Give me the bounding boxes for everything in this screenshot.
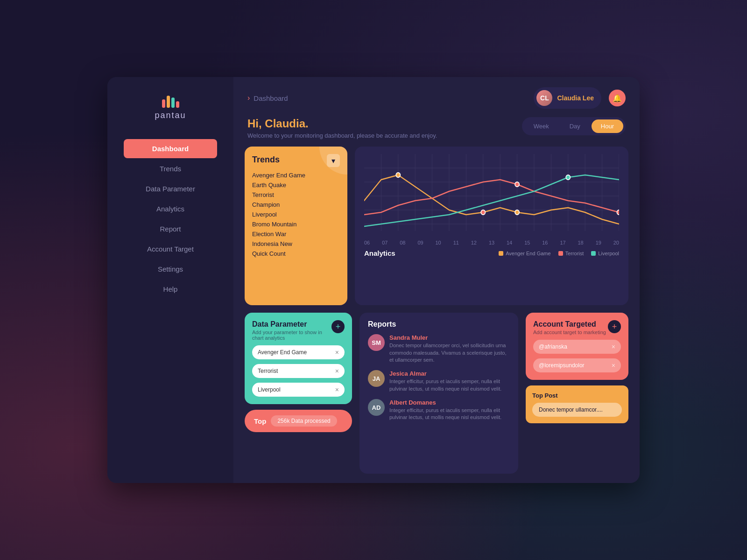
tag-label: Liverpool [258,386,281,393]
report-name-0: Sandra Muler [389,334,510,341]
legend-label-liverpool: Liverpool [598,251,619,256]
user-badge[interactable]: CL Claudia Lee [534,87,601,109]
user-name: Claudia Lee [557,94,594,102]
sidebar-item-trends[interactable]: Trends [124,159,217,178]
top-post-content: Donec tempor ullamcor.... [532,403,622,417]
top-bar-button[interactable]: Top 256k Data processed [245,410,352,432]
reports-card: Reports SM Sandra Muler Donec tempor ull… [359,313,518,474]
account-targeted-header: Account Targeted Add account target to m… [533,320,621,335]
trends-list: Avenger End Game Earth Quake Terrorist C… [252,170,340,259]
chart-area [364,154,619,238]
data-parameter-add-button[interactable]: + [331,320,345,333]
list-item[interactable]: Quick Count [252,249,340,259]
report-item-1: JA Jesica Almar Integer efficitur, purus… [368,370,510,392]
sidebar-item-data-parameter[interactable]: Data Parameter [124,179,217,198]
analytics-chart [364,154,619,238]
list-item[interactable]: Bromo Mountain [252,219,340,229]
bell-icon: 🔔 [613,94,622,103]
list-item[interactable]: Earth Quake [252,180,340,190]
report-avatar-0: SM [368,334,385,351]
data-count-badge: 256k Data processed [271,415,337,427]
report-name-1: Jesica Almar [389,370,510,377]
main-content: › Dashboard CL Claudia Lee 🔔 Hi, Claudia… [233,77,640,483]
list-item[interactable]: Terrorist [252,190,340,200]
top-post-card: Top Post Donec tempor ullamcor.... [526,385,628,423]
logo-area: pantau [155,96,186,120]
welcome-text: Hi, Claudia. Welcome to your monitoring … [247,117,437,139]
report-avatar-2: AD [368,399,385,416]
sidebar-item-help[interactable]: Help [124,280,217,299]
time-filter-hour[interactable]: Hour [592,119,623,133]
data-parameter-header: Data Parameter Add your parameter to sho… [252,320,345,341]
tag-item-terrorist: Terrorist × [252,364,345,378]
topbar-right: CL Claudia Lee 🔔 [534,87,626,109]
tag-label: Avenger End Game [258,349,307,356]
topbar: › Dashboard CL Claudia Lee 🔔 [233,77,640,117]
svg-point-20 [396,173,400,177]
legend-color-avenger [499,251,503,256]
report-text-0: Donec tempor ullamcorper orci, vel solli… [389,342,510,364]
legend-color-terrorist [558,251,563,256]
tag-label: Terrorist [258,368,278,374]
time-filters: Week Day Hour [522,117,626,135]
app-name: pantau [155,111,186,120]
account-tag-1: @loremipsundolor × [533,358,621,372]
chart-x-labels: 0607080910 1112131415 1617181920 [364,238,619,245]
legend-item-terrorist: Terrorist [558,251,584,256]
account-targeted-add-button[interactable]: + [608,320,621,333]
top-label: Top [254,417,266,425]
trends-card: Trends ▾ Avenger End Game Earth Quake Te… [245,147,347,305]
legend-label-avenger: Avenger End Game [506,251,550,256]
sidebar-item-account-target[interactable]: Account Target [124,239,217,259]
analytics-card: 0607080910 1112131415 1617181920 Analyti… [355,147,628,305]
report-text-1: Integer efficitur, purus et iaculis semp… [389,378,510,392]
time-filter-week[interactable]: Week [524,119,558,133]
svg-point-21 [481,210,485,215]
reports-title: Reports [368,320,510,329]
data-parameter-title: Data Parameter [252,320,331,329]
chart-footer: Analytics Avenger End Game Terrorist Liv… [364,249,619,257]
sidebar-item-report[interactable]: Report [124,219,217,238]
report-content-1: Jesica Almar Integer efficitur, purus et… [389,370,510,392]
nav-menu: Dashboard Trends Data Parameter Analytic… [107,139,233,299]
list-item[interactable]: Champion [252,200,340,210]
account-targeted-subtitle: Add account target to marketing [533,329,606,335]
sidebar-item-settings[interactable]: Settings [124,259,217,279]
chart-title: Analytics [364,249,491,257]
time-filter-day[interactable]: Day [560,119,590,133]
report-avatar-1: JA [368,370,385,387]
sidebar: pantau Dashboard Trends Data Parameter A… [107,77,233,483]
notification-button[interactable]: 🔔 [609,90,626,106]
svg-point-23 [515,210,519,215]
list-item[interactable]: Indonesia New [252,239,340,249]
account-tag-close-1[interactable]: × [612,362,615,369]
account-tag-0: @afrianska × [533,340,621,354]
bottom-row: Data Parameter Add your parameter to sho… [245,313,628,474]
report-text-2: Integer efficitur, purus et iaculis semp… [389,407,510,421]
sidebar-item-analytics[interactable]: Analytics [124,199,217,218]
account-targeted-card: Account Targeted Add account target to m… [526,313,628,380]
data-parameter-subtitle: Add your parameter to show in chart anal… [252,329,331,341]
tag-close-button[interactable]: × [335,386,339,393]
top-post-title: Top Post [532,392,622,399]
report-item-0: SM Sandra Muler Donec tempor ullamcorper… [368,334,510,364]
account-tag-close-0[interactable]: × [612,343,615,350]
list-item[interactable]: Avenger End Game [252,170,340,180]
legend-item-liverpool: Liverpool [591,251,619,256]
greeting-sub: Welcome to your monitoring dashboard, pl… [247,132,437,139]
list-item[interactable]: Election War [252,229,340,239]
data-parameter-card: Data Parameter Add your parameter to sho… [245,313,352,404]
trends-dropdown-button[interactable]: ▾ [327,154,340,167]
dashboard-grid: Trends ▾ Avenger End Game Earth Quake Te… [233,147,640,483]
tag-close-button[interactable]: × [335,349,339,356]
legend-item-avenger: Avenger End Game [499,251,550,256]
svg-point-22 [515,182,519,187]
report-content-2: Albert Domanes Integer efficitur, purus … [389,399,510,421]
account-targeted-title: Account Targeted [533,320,606,329]
breadcrumb-label: Dashboard [254,94,288,102]
avatar: CL [536,90,552,106]
welcome-section: Hi, Claudia. Welcome to your monitoring … [233,117,640,147]
sidebar-item-dashboard[interactable]: Dashboard [124,139,217,158]
list-item[interactable]: Liverpool [252,210,340,219]
tag-close-button[interactable]: × [335,367,339,375]
